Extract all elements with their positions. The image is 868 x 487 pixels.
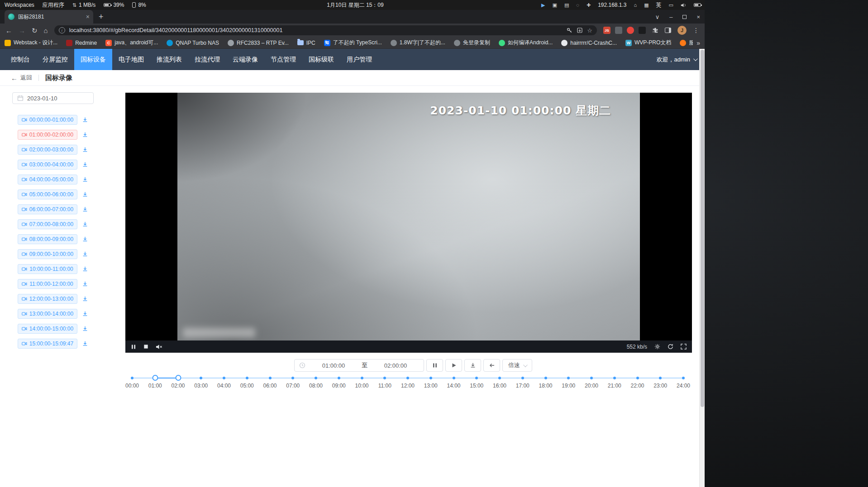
nav-tab-6[interactable]: 云端录像 — [226, 49, 264, 70]
workspaces-button[interactable]: Workspaces — [5, 2, 34, 8]
segment-download-icon[interactable] — [82, 206, 88, 213]
record-segment-button-4[interactable]: 04:00:00-05:00:00 — [18, 175, 77, 184]
tools-icon[interactable]: ✚ — [587, 3, 591, 8]
bookmark-item-1[interactable]: Redmine — [66, 40, 97, 46]
player-refresh-icon[interactable] — [668, 344, 673, 350]
nav-tab-1[interactable]: 分屏监控 — [36, 49, 74, 70]
bookmark-item-5[interactable]: IPC — [297, 40, 315, 46]
nav-tab-0[interactable]: 控制台 — [5, 49, 36, 70]
segment-download-icon[interactable] — [82, 117, 88, 123]
bookmark-item-2[interactable]: Cjava、android可... — [105, 39, 158, 47]
extension-icon-1[interactable] — [615, 27, 622, 34]
nav-tab-2[interactable]: 国标设备 — [74, 49, 112, 70]
player-fullscreen-icon[interactable] — [681, 344, 687, 350]
segment-download-icon[interactable] — [82, 326, 88, 332]
side-panel-icon[interactable] — [665, 28, 671, 33]
record-segment-button-13[interactable]: 13:00:00-14:00:00 — [18, 309, 77, 319]
time-range-input[interactable]: 01:00:00 至 02:00:00 — [294, 359, 424, 372]
record-segment-button-0[interactable]: 00:00:00-01:00:00 — [18, 115, 77, 125]
range-start-value[interactable]: 01:00:00 — [305, 362, 362, 369]
seek-back-button[interactable] — [483, 359, 500, 372]
user-menu[interactable]: 欢迎，admin — [657, 49, 696, 70]
speed-dropdown[interactable]: 倍速 — [502, 359, 532, 372]
record-segment-button-11[interactable]: 11:00:00-12:00:00 — [18, 279, 77, 289]
clock[interactable]: 1月10日 星期二 15：09 — [317, 1, 394, 9]
grid-icon[interactable]: ▦ — [644, 3, 649, 8]
bookmark-item-11[interactable]: WWVP-PRO文档 — [625, 39, 671, 47]
extension-icon-0[interactable]: JS — [603, 27, 610, 34]
media-play-icon[interactable]: ▶ — [541, 3, 545, 8]
volume-icon[interactable] — [681, 3, 687, 8]
segment-download-icon[interactable] — [82, 236, 88, 242]
player-settings-gear-icon[interactable] — [654, 344, 660, 350]
tray-app-icon-2[interactable]: ▤ — [564, 3, 569, 8]
browser-tab[interactable]: 国标28181 × — [5, 10, 93, 24]
extension-icon-3[interactable] — [639, 27, 646, 34]
timeline-handle-0[interactable] — [152, 375, 158, 381]
range-end-value[interactable]: 02:00:00 — [367, 362, 424, 369]
play-button[interactable] — [445, 359, 462, 372]
record-segment-button-1[interactable]: 01:00:00-02:00:00 — [18, 130, 77, 140]
tray-app-icon-3[interactable]: ◌ — [576, 3, 579, 8]
install-icon[interactable] — [577, 27, 583, 33]
nav-tab-3[interactable]: 电子地图 — [112, 49, 150, 70]
restore-button[interactable] — [682, 15, 687, 19]
input-language-indicator[interactable]: 英 — [656, 1, 662, 9]
back-button[interactable]: ← — [5, 27, 12, 34]
bookmark-item-6[interactable]: 知了不起的 TypeScri... — [324, 39, 382, 47]
page-scrollbar[interactable] — [699, 49, 705, 487]
nav-tab-4[interactable]: 推流列表 — [150, 49, 188, 70]
player-mute-icon[interactable] — [156, 344, 162, 350]
record-segment-button-3[interactable]: 03:00:00-04:00:00 — [18, 160, 77, 170]
back-link[interactable]: ← 返回 — [11, 74, 32, 82]
bookmark-star-icon[interactable]: ☆ — [587, 27, 592, 34]
home-button[interactable]: ⌂ — [44, 27, 48, 34]
bookmark-item-8[interactable]: 免登录复制 — [454, 39, 490, 47]
download-button[interactable] — [464, 359, 481, 372]
minimize-button[interactable]: – — [669, 14, 672, 20]
nav-tab-5[interactable]: 拉流代理 — [188, 49, 226, 70]
nav-tab-7[interactable]: 节点管理 — [264, 49, 302, 70]
record-segment-button-15[interactable]: 15:00:00-15:09:47 — [18, 339, 77, 349]
bookmark-item-3[interactable]: QNAP Turbo NAS — [167, 40, 219, 46]
bookmark-item-12[interactable]: 服务器 - 轻量应用... — [680, 39, 693, 47]
segment-download-icon[interactable] — [82, 311, 88, 317]
record-segment-button-8[interactable]: 08:00:00-09:00:00 — [18, 234, 77, 244]
record-segment-button-5[interactable]: 05:00:00-06:00:00 — [18, 189, 77, 199]
nav-tab-9[interactable]: 用户管理 — [340, 49, 378, 70]
bookmark-item-0[interactable]: Webstack - 设计... — [5, 39, 57, 47]
window-icon[interactable]: ▭ — [669, 3, 673, 8]
bookmark-item-4[interactable]: RFC2833 – RTP Ev... — [228, 40, 289, 46]
bookmark-item-10[interactable]: hairrrrr/C-CrashC... — [561, 40, 617, 46]
nav-tab-8[interactable]: 国标级联 — [302, 49, 340, 70]
reload-button[interactable]: ↻ — [32, 27, 38, 34]
profile-avatar[interactable]: J — [677, 26, 687, 35]
record-segment-button-7[interactable]: 07:00:00-08:00:00 — [18, 219, 77, 229]
segment-download-icon[interactable] — [82, 296, 88, 302]
player-pause-icon[interactable] — [131, 344, 136, 350]
record-segment-button-10[interactable]: 10:00:00-11:00:00 — [18, 264, 77, 274]
timeline-handle-1[interactable] — [175, 375, 181, 381]
address-bar[interactable]: i localhost:38080/#/gbRecordDetail/34020… — [54, 25, 597, 35]
record-segment-button-2[interactable]: 02:00:00-03:00:00 — [18, 145, 77, 155]
record-segment-button-14[interactable]: 14:00:00-15:00:00 — [18, 324, 77, 334]
extensions-puzzle-icon[interactable] — [652, 27, 658, 33]
segment-download-icon[interactable] — [82, 132, 88, 138]
applications-button[interactable]: 应用程序 — [43, 1, 64, 9]
segment-download-icon[interactable] — [82, 221, 88, 227]
scrollbar-thumb[interactable] — [701, 50, 704, 407]
record-segment-button-6[interactable]: 06:00:00-07:00:00 — [18, 204, 77, 214]
player-stop-icon[interactable] — [143, 344, 148, 349]
password-key-icon[interactable] — [566, 27, 572, 33]
window-menu-button[interactable]: ∨ — [655, 14, 660, 20]
browser-menu-icon[interactable]: ⋮ — [693, 27, 699, 34]
segment-download-icon[interactable] — [82, 266, 88, 272]
close-button[interactable]: × — [696, 14, 700, 20]
tab-close-icon[interactable]: × — [86, 13, 90, 20]
site-info-icon[interactable]: i — [59, 27, 65, 33]
bookmark-item-9[interactable]: 如何编译Android... — [499, 39, 553, 47]
tray-app-icon-1[interactable]: ▣ — [553, 3, 557, 8]
segment-download-icon[interactable] — [82, 161, 88, 168]
forward-button[interactable]: → — [19, 27, 25, 34]
bookmarks-overflow-chevron[interactable]: » — [693, 39, 700, 47]
